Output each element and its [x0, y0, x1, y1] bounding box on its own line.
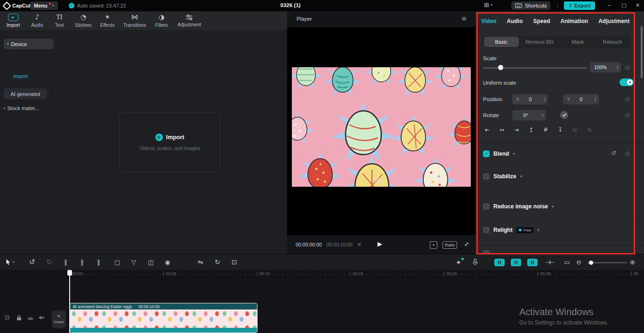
- chevron-down-icon[interactable]: ▾: [520, 174, 523, 179]
- blend-checkbox[interactable]: ✓: [483, 151, 490, 157]
- export-button[interactable]: ↥ Export: [564, 1, 595, 10]
- blend-reset-icon[interactable]: ↺: [611, 150, 616, 156]
- delete-left-button[interactable]: ∥: [80, 259, 84, 266]
- rotate-keyframe-icon[interactable]: ◇: [625, 111, 630, 118]
- playhead[interactable]: [69, 270, 70, 333]
- menu-button[interactable]: Menu ▾: [30, 1, 58, 10]
- shortcuts-button[interactable]: Shortcuts: [511, 1, 550, 10]
- clip-handles-button[interactable]: ⊣⊢: [545, 259, 554, 266]
- rotate-dial[interactable]: [560, 111, 568, 119]
- position-y-stepper[interactable]: ∧ ∨: [592, 97, 599, 102]
- rotate-value-box[interactable]: 0° ∧ ∨: [512, 110, 546, 120]
- inspector-scrollbar[interactable]: [641, 26, 643, 78]
- player-menu-icon[interactable]: ≡: [461, 15, 467, 22]
- close-button[interactable]: ✕: [632, 3, 643, 8]
- scale-stepper[interactable]: ∧ ∨: [614, 65, 621, 70]
- media-tab-import[interactable]: ▶ Import: [0, 11, 26, 30]
- chevron-down-icon[interactable]: ▾: [552, 205, 554, 209]
- stabilize-checkbox[interactable]: ✓: [483, 173, 490, 180]
- select-tool-button[interactable]: ▾: [6, 259, 15, 265]
- mirror-button[interactable]: ⇋: [198, 259, 203, 266]
- sidebar-item-ai-generated[interactable]: AI generated: [4, 88, 47, 99]
- media-tab-adjustment[interactable]: Adjustment: [172, 11, 206, 30]
- scale-keyframe-icon[interactable]: ◇: [625, 64, 630, 70]
- tab-audio[interactable]: Audio: [507, 18, 523, 24]
- playhead-handle[interactable]: [67, 270, 72, 276]
- media-tab-filters[interactable]: ◑ Filters: [151, 11, 172, 30]
- ratio-button[interactable]: Ratio: [443, 241, 457, 249]
- tab-adjustment[interactable]: Adjustment: [598, 18, 629, 24]
- sidebar-item-device[interactable]: ▾ Device: [4, 39, 54, 49]
- align-bottom-icon[interactable]: ↧: [556, 127, 564, 133]
- media-tab-audio[interactable]: ♪ Audio: [26, 11, 48, 30]
- align-right-icon[interactable]: ⇥: [512, 127, 521, 133]
- watermark-remove-icon[interactable]: ◎: [375, 176, 381, 184]
- track-mute-button[interactable]: [39, 315, 45, 322]
- media-tab-effects[interactable]: ✶ Effects: [96, 11, 119, 30]
- delete-button[interactable]: ▢: [114, 259, 120, 266]
- auto-track-button-2[interactable]: [511, 259, 521, 266]
- rotate-stepper[interactable]: ∧ ∨: [539, 113, 546, 118]
- redo-button[interactable]: ↻: [46, 259, 52, 266]
- media-tab-text[interactable]: TI Text: [48, 11, 71, 30]
- delete-right-button[interactable]: ∥: [97, 259, 100, 266]
- relight-checkbox[interactable]: ✓: [483, 227, 490, 233]
- play-button[interactable]: ▶: [378, 241, 382, 247]
- timeline-clip[interactable]: 4k animated dancing Easter eggs 00:00:10…: [70, 303, 258, 333]
- tab-speed[interactable]: Speed: [533, 18, 550, 24]
- voiceover-button[interactable]: [473, 259, 478, 267]
- tab-animation[interactable]: Animation: [560, 18, 588, 24]
- minimize-button[interactable]: ─: [604, 3, 615, 8]
- sidebar-item-stock-materials[interactable]: ▸ Stock mater...: [4, 105, 39, 111]
- mask-button[interactable]: ▽: [131, 259, 136, 266]
- position-keyframe-icon[interactable]: ◇: [625, 95, 630, 102]
- fullscreen-icon[interactable]: ↔: [463, 240, 470, 248]
- tab-video[interactable]: Video: [481, 18, 496, 24]
- auto-track-button-1[interactable]: [494, 259, 505, 266]
- layout-button[interactable]: ⊞ ▾: [484, 2, 492, 8]
- align-h-center-icon[interactable]: ↔: [498, 127, 506, 133]
- rotate-button[interactable]: ↻: [215, 259, 220, 266]
- scale-slider-handle[interactable]: [498, 65, 503, 70]
- position-y-prefix: Y: [563, 96, 570, 102]
- blend-keyframe-icon[interactable]: ◇: [625, 150, 630, 156]
- subtab-remove-bg[interactable]: Remove BG: [519, 37, 561, 47]
- track-lock-button[interactable]: [16, 315, 22, 322]
- zoom-fit-button[interactable]: ⊕: [630, 259, 635, 266]
- overlay-button[interactable]: ◫: [148, 259, 153, 266]
- sidebar-item-import[interactable]: Import: [13, 73, 28, 79]
- track-visibility-button[interactable]: [27, 316, 33, 322]
- frame-view-icon[interactable]: ≣: [357, 242, 361, 247]
- media-tab-stickers[interactable]: ◔ Stickers: [71, 11, 96, 30]
- preview-axis-button[interactable]: ▭: [564, 259, 570, 266]
- align-top-icon[interactable]: ↥: [527, 127, 535, 133]
- media-tab-transitions[interactable]: ⋈ Transitions: [119, 11, 151, 30]
- chevron-down-icon[interactable]: ▾: [537, 228, 539, 232]
- subtab-mask[interactable]: Mask: [560, 37, 595, 47]
- maximize-button[interactable]: □: [619, 3, 629, 8]
- subtab-retouch[interactable]: Retouch: [595, 37, 630, 47]
- scale-value-box[interactable]: 100% ∧ ∨: [590, 62, 621, 72]
- freeze-frame-button[interactable]: ◉: [165, 259, 170, 266]
- split-button[interactable]: ∥: [64, 259, 67, 266]
- position-x-box[interactable]: X 0 ∧ ∨: [512, 94, 548, 104]
- import-dropzone[interactable]: + Import Videos, audios, and images: [119, 112, 220, 172]
- uniform-scale-toggle[interactable]: [620, 79, 634, 86]
- reduce-noise-checkbox[interactable]: ✓: [483, 203, 490, 210]
- subtab-basic[interactable]: Basic: [484, 37, 519, 47]
- track-resize-icon[interactable]: ⊡: [5, 315, 9, 320]
- position-x-stepper[interactable]: ∧ ∨: [541, 97, 548, 102]
- smart-tools-button[interactable]: ✦: [456, 259, 461, 266]
- chevron-down-icon[interactable]: ▾: [513, 152, 515, 156]
- auto-track-button-3[interactable]: [527, 259, 538, 266]
- position-y-box[interactable]: Y 0 ∧ ∨: [563, 94, 599, 104]
- timeline-zoom-handle[interactable]: [589, 261, 593, 265]
- crop-button[interactable]: ⊡: [232, 259, 237, 266]
- align-left-icon[interactable]: ⇤: [483, 127, 491, 133]
- focus-button[interactable]: •: [430, 241, 437, 249]
- cover-button[interactable]: ✎ Cover: [52, 310, 66, 328]
- zoom-out-button[interactable]: ⊖: [576, 259, 581, 266]
- align-v-center-icon[interactable]: #: [541, 127, 550, 133]
- timeline-zoom-slider[interactable]: [588, 262, 627, 263]
- undo-button[interactable]: ↺: [29, 259, 35, 266]
